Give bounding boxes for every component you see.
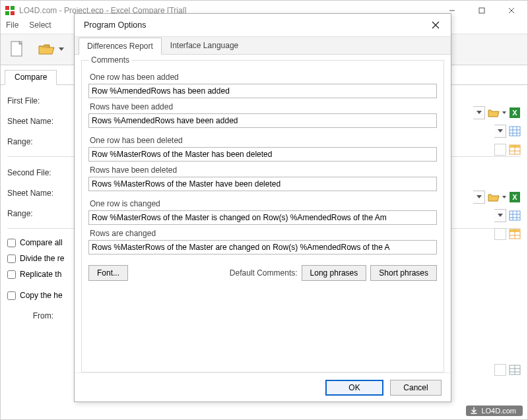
combo-dropdown-icon[interactable]	[473, 106, 485, 119]
combo-dropdown-icon[interactable]	[494, 125, 506, 138]
dropdown-icon[interactable]	[502, 111, 506, 115]
replicate-label: Replicate th	[20, 270, 61, 279]
ok-button[interactable]: OK	[325, 380, 383, 396]
comments-button-row: Font... Default Comments: Long phrases S…	[88, 265, 437, 281]
copy-header-checkbox[interactable]	[7, 291, 16, 300]
one-row-deleted-label: One row has been deleted	[90, 136, 437, 145]
svg-rect-2	[5, 11, 9, 15]
svg-text:X: X	[512, 109, 517, 117]
tab-interface-language[interactable]: Interface Language	[162, 37, 247, 54]
folder-open-icon[interactable]	[488, 107, 500, 118]
long-phrases-button[interactable]: Long phrases	[302, 265, 367, 281]
rows-deleted-label: Rows have been deleted	[90, 165, 437, 175]
folder-open-icon[interactable]	[488, 192, 500, 202]
svg-rect-5	[479, 8, 484, 13]
range-box[interactable]	[494, 144, 506, 156]
menu-select[interactable]: Select	[28, 20, 52, 34]
dialog-close-button[interactable]	[427, 16, 444, 34]
range-label-1: Range:	[7, 137, 73, 146]
from-label: From:	[7, 311, 53, 320]
bottom-icons	[494, 362, 521, 378]
svg-rect-22	[510, 211, 520, 220]
copy-header-label: Copy the he	[20, 291, 63, 300]
combo-dropdown-icon[interactable]	[494, 209, 506, 222]
excel-icon[interactable]: X	[509, 191, 521, 203]
download-icon	[470, 407, 478, 415]
watermark: LO4D.com	[466, 405, 523, 416]
new-document-button[interactable]	[5, 38, 31, 61]
tab-differences-report[interactable]: Differences Report	[79, 38, 162, 55]
second-file-label: Second File:	[7, 168, 73, 177]
one-row-added-label: One row has been added	[90, 73, 437, 82]
menu-file[interactable]: File	[5, 20, 20, 34]
svg-text:X: X	[512, 193, 517, 201]
rows-deleted-input[interactable]	[88, 177, 437, 191]
program-options-dialog: Program Options Differences Report Inter…	[74, 13, 451, 402]
dialog-footer: OK Cancel	[75, 373, 451, 402]
replicate-checkbox[interactable]	[7, 270, 16, 279]
range-box[interactable]	[494, 364, 506, 376]
sheet-name-label-2: Sheet Name:	[7, 189, 73, 198]
font-button[interactable]: Font...	[88, 265, 128, 281]
excel-icon[interactable]: X	[509, 107, 521, 119]
svg-rect-1	[11, 6, 15, 10]
app-icon	[5, 5, 15, 16]
divide-checkbox[interactable]	[7, 255, 16, 263]
one-row-changed-input[interactable]	[88, 210, 437, 225]
compare-all-label: Compare all	[20, 238, 63, 247]
dialog-tabs: Differences Report Interface Language	[75, 36, 451, 55]
svg-rect-3	[11, 11, 15, 15]
divide-label: Divide the re	[20, 254, 64, 263]
close-button[interactable]	[496, 1, 526, 20]
combo-dropdown-icon[interactable]	[473, 191, 485, 204]
table-select-icon[interactable]	[509, 229, 521, 239]
first-file-label: First File:	[7, 96, 73, 105]
cancel-button[interactable]: Cancel	[390, 380, 442, 396]
comments-group: Comments One row has been added Rows hav…	[81, 60, 444, 373]
second-file-icons: X	[473, 189, 521, 242]
default-comments-label: Default Comments:	[230, 268, 298, 278]
comments-legend: Comments	[88, 55, 132, 65]
table-icon[interactable]	[509, 210, 521, 221]
rows-added-label: Rows have been added	[90, 102, 437, 111]
first-file-icons: X	[473, 105, 521, 158]
one-row-changed-label: One row is changed	[90, 199, 437, 208]
range-box[interactable]	[494, 228, 506, 240]
table-icon[interactable]	[509, 365, 521, 375]
tab-compare[interactable]: Compare	[5, 70, 57, 85]
one-row-added-input[interactable]	[88, 84, 437, 98]
svg-rect-11	[510, 127, 520, 136]
range-label-2: Range:	[7, 209, 73, 218]
table-select-icon[interactable]	[509, 144, 521, 155]
rows-added-input[interactable]	[88, 113, 437, 128]
open-folder-button[interactable]	[34, 38, 68, 61]
rows-changed-label: Rows are changed	[90, 229, 437, 238]
dialog-title: Program Options	[84, 20, 427, 30]
dropdown-icon[interactable]	[502, 196, 506, 199]
svg-rect-0	[5, 6, 9, 10]
sheet-name-label-1: Sheet Name:	[7, 117, 73, 126]
one-row-deleted-input[interactable]	[88, 147, 437, 162]
rows-changed-input[interactable]	[88, 240, 437, 255]
short-phrases-button[interactable]: Short phrases	[370, 265, 437, 281]
maximize-button[interactable]	[467, 1, 496, 20]
watermark-text: LO4D.com	[481, 407, 516, 415]
compare-all-checkbox[interactable]	[7, 239, 16, 247]
dialog-titlebar: Program Options	[75, 14, 451, 36]
table-icon[interactable]	[509, 126, 521, 136]
